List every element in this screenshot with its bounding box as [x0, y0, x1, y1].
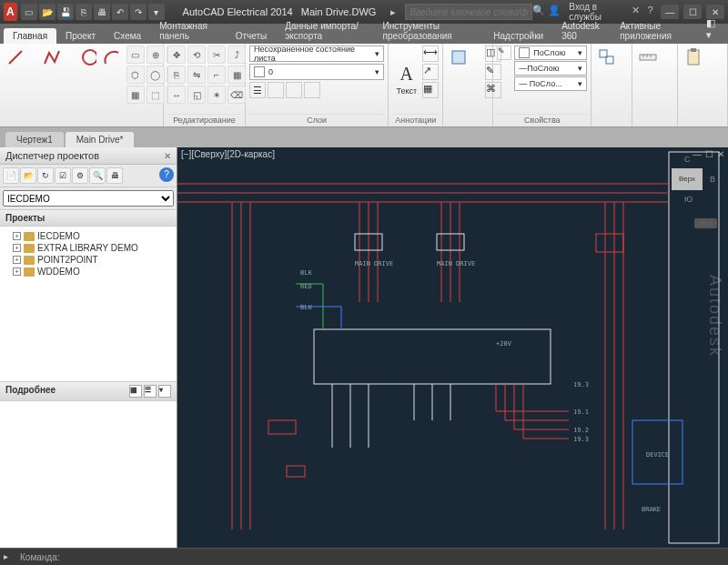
extend-icon[interactable]: ⤴	[228, 45, 246, 64]
draw-small-4[interactable]: ⬡	[126, 66, 145, 84]
folder-icon	[24, 267, 35, 277]
open-icon[interactable]: 📂	[39, 4, 56, 20]
svg-text:BLK: BLK	[300, 269, 312, 277]
panel-groups: Группа Группы	[592, 44, 632, 126]
details-collapse-icon[interactable]: ▾	[158, 385, 171, 398]
tree-node[interactable]: +WDDEMO	[4, 266, 173, 277]
tab-import-export[interactable]: Данные импорта/экспорта	[276, 18, 373, 44]
panel-properties-title: Свойства	[497, 114, 587, 126]
tab-home[interactable]: Главная	[4, 28, 56, 44]
fillet-icon[interactable]: ⌐	[207, 66, 226, 84]
array-icon[interactable]: ▦	[228, 66, 246, 84]
rotate-icon[interactable]: ⟲	[187, 45, 206, 64]
tree-node[interactable]: +POINT2POINT	[4, 254, 173, 266]
tab-reports[interactable]: Отчеты	[227, 28, 277, 44]
project-tree[interactable]: +IECDEMO +EXTRA LIBRARY DEMO +POINT2POIN…	[0, 227, 177, 381]
svg-rect-10	[691, 48, 696, 52]
erase-icon[interactable]: ⌫	[228, 86, 246, 104]
color-combo[interactable]: ПоСлою▾	[514, 45, 587, 60]
svg-text:MAIN DRIVE: MAIN DRIVE	[355, 260, 393, 267]
refresh-icon[interactable]: ↻	[37, 167, 54, 184]
saveas-icon[interactable]: ⎘	[76, 4, 92, 20]
tab-active-apps[interactable]: Активные приложения	[611, 18, 697, 44]
leader-icon[interactable]: ↗	[422, 64, 439, 80]
details-view-icon[interactable]: ▦	[129, 385, 142, 398]
redo-icon[interactable]: ↷	[130, 4, 147, 20]
tab-addins[interactable]: Надстройки	[484, 28, 552, 44]
tree-node[interactable]: +EXTRA LIBRARY DEMO	[4, 242, 173, 254]
signin-icon[interactable]: 👤	[548, 5, 561, 19]
draw-small-1[interactable]: ▭	[126, 45, 145, 64]
plot-project-icon[interactable]: 🖶	[106, 167, 123, 184]
doc-tab-1[interactable]: Чертеж1	[5, 132, 64, 147]
search-icon[interactable]: 🔍	[532, 5, 545, 19]
project-settings-icon[interactable]: ⚙	[72, 167, 88, 184]
app-menu-button[interactable]: A	[4, 3, 17, 21]
table-icon[interactable]: ▦	[422, 82, 439, 98]
layer-state-combo[interactable]: Несохраненное состояние листа▾	[249, 45, 384, 62]
new-project-icon[interactable]: 📄	[3, 167, 19, 184]
layer-lock-icon[interactable]	[304, 82, 320, 98]
scale-icon[interactable]: ◱	[187, 86, 206, 104]
new-icon[interactable]: ▭	[21, 4, 37, 20]
layer-props-icon[interactable]: ☰	[249, 82, 266, 98]
panel-utilities: Разметить Утилиты	[632, 44, 678, 126]
command-history-icon[interactable]: ▸	[4, 551, 16, 564]
tab-panel[interactable]: Монтажная панель	[150, 18, 227, 44]
layer-freeze-icon[interactable]	[286, 82, 302, 98]
mirror-icon[interactable]: ⇋	[187, 66, 206, 84]
exchange-icon[interactable]: ✕	[630, 5, 642, 19]
plot-icon[interactable]: 🖶	[94, 4, 110, 20]
trim-icon[interactable]: ✂	[207, 45, 226, 64]
tab-schema[interactable]: Схема	[105, 28, 150, 44]
stretch-icon[interactable]: ↔	[167, 86, 186, 104]
tab-convert[interactable]: Инструменты преобразования	[374, 18, 485, 44]
panel-layers-title: Слои	[249, 114, 384, 126]
command-label: Команда:	[20, 552, 60, 562]
zoom-project-icon[interactable]: 🔍	[89, 167, 106, 184]
svg-text:BRAKE: BRAKE	[642, 506, 661, 513]
command-line[interactable]: ▸ Команда:	[0, 548, 728, 565]
draw-small-2[interactable]: ⊕	[147, 45, 165, 64]
panel-edit-title: Редактирование	[167, 114, 241, 126]
folder-icon	[24, 232, 35, 241]
draw-small-5[interactable]: ◯	[147, 66, 165, 84]
main-area: Диспетчер проектов ✕ 📄 📂 ↻ ☑ ⚙ 🔍 🖶 ? IEC…	[0, 147, 728, 548]
minimize-button[interactable]: —	[661, 5, 679, 19]
info-center-icon[interactable]: ▸	[390, 6, 396, 18]
help-icon[interactable]: ?	[159, 167, 174, 182]
ribbon: Отрезок Полилиния Круг Дуга ▭⊕∿ ⬡◯⌒ ▦⬚• …	[0, 44, 728, 127]
layer-combo[interactable]: 0▾	[249, 64, 384, 80]
linetype-combo[interactable]: — ПоСло...▾	[514, 76, 587, 91]
drawing-canvas[interactable]: [−][Сверху][2D-каркас] — ☐ ✕ С В Ю Верх …	[177, 147, 728, 548]
panel-close-icon[interactable]: ✕	[164, 151, 171, 161]
project-toolbar: 📄 📂 ↻ ☑ ⚙ 🔍 🖶 ?	[0, 165, 177, 187]
svg-text:19.3: 19.3	[573, 381, 589, 388]
help-icon[interactable]: ?	[644, 5, 656, 19]
project-manager-title: Диспетчер проектов ✕	[0, 147, 177, 165]
lineweight-combo[interactable]: — ПоСлою▾	[514, 61, 587, 76]
text-button[interactable]: AТекст	[392, 45, 420, 114]
doc-tab-2[interactable]: Main Drive*	[66, 132, 135, 147]
draw-small-7[interactable]: ▦	[126, 86, 145, 104]
save-icon[interactable]: 💾	[57, 4, 74, 20]
tab-autodesk360[interactable]: Autodesk 360	[552, 18, 611, 44]
tab-project[interactable]: Проект	[56, 28, 105, 44]
draw-small-8[interactable]: ⬚	[147, 86, 165, 104]
match-props-icon[interactable]: ✎	[497, 45, 511, 60]
dim-icon[interactable]: ⟷	[422, 45, 439, 62]
details-list-icon[interactable]: ☰	[144, 385, 157, 398]
move-icon[interactable]: ✥	[167, 45, 186, 64]
ribbon-help-icon[interactable]: ◧ ▾	[697, 15, 728, 44]
copy-icon[interactable]: ⎘	[167, 66, 186, 84]
active-project-combo[interactable]: IECDEMO	[3, 190, 174, 207]
undo-icon[interactable]: ↶	[112, 4, 128, 20]
tree-node[interactable]: +IECDEMO	[4, 230, 173, 242]
project-manager: Диспетчер проектов ✕ 📄 📂 ↻ ☑ ⚙ 🔍 🖶 ? IEC…	[0, 147, 177, 548]
panel-draw: Отрезок Полилиния Круг Дуга ▭⊕∿ ⬡◯⌒ ▦⬚• …	[0, 44, 164, 126]
explode-icon[interactable]: ✶	[207, 86, 226, 104]
layer-iso-icon[interactable]	[268, 82, 284, 98]
project-task-icon[interactable]: ☑	[55, 167, 71, 184]
svg-rect-9	[688, 50, 699, 65]
open-project-icon[interactable]: 📂	[20, 167, 36, 184]
